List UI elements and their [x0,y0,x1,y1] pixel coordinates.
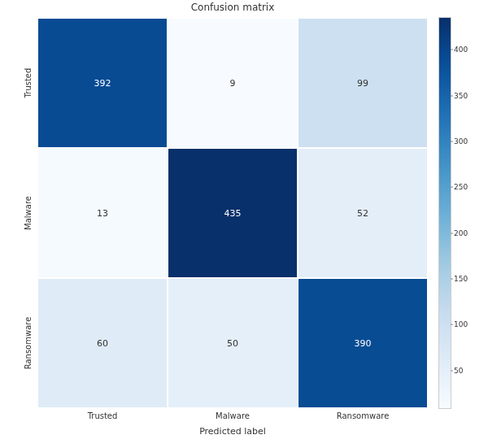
y-tick-1: Malware [24,196,33,230]
colorbar-tick-200: 200 [454,229,468,237]
cell-ransomware-malware: 50 [168,278,298,408]
cell-trusted-malware: 9 [168,18,298,148]
cell-malware-ransomware: 52 [298,148,428,278]
x-tick-1: Malware [216,411,250,420]
cell-trusted-ransomware: 99 [298,18,428,148]
colorbar-tick-350: 350 [454,92,468,100]
cell-trusted-trusted: 392 [37,18,168,148]
x-tick-0: Trusted [88,411,118,420]
colorbar-tick-100: 100 [454,320,468,328]
x-axis-label: Predicted label [37,426,428,437]
confusion-matrix-figure: Confusion matrix 39299913435526050390 Tr… [0,0,488,448]
cell-malware-trusted: 13 [37,148,168,278]
colorbar-tick-50: 50 [454,367,463,375]
x-tick-2: Ransomware [337,411,390,420]
y-tick-2: Ransomware [24,317,33,370]
heatmap-plot-area: 39299913435526050390 [37,18,428,408]
colorbar-gradient [439,18,451,408]
cell-ransomware-ransomware: 390 [298,278,428,408]
colorbar-tick-300: 300 [454,137,468,146]
cell-ransomware-trusted: 60 [37,278,168,408]
colorbar [439,18,451,408]
heatmap-grid: 39299913435526050390 [37,18,428,408]
colorbar-tick-400: 400 [454,46,468,54]
y-tick-0: Trusted [24,68,33,98]
chart-title: Confusion matrix [37,2,428,13]
cell-malware-malware: 435 [168,148,298,278]
colorbar-tick-150: 150 [454,275,468,283]
colorbar-tick-250: 250 [454,183,468,191]
